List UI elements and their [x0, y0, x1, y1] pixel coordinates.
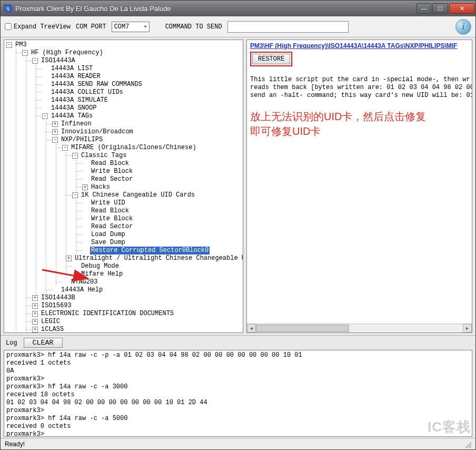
toggle-icon[interactable]: +: [82, 184, 88, 190]
tree-item[interactable]: Write Block: [90, 168, 134, 175]
tree-item[interactable]: Load Dump: [90, 231, 126, 239]
tree-item[interactable]: 14443A COLLECT UIDs: [50, 89, 124, 96]
main-area: −PM3 −HF (High Frequency) −ISO14443A 144…: [1, 37, 475, 335]
tree-iclass[interactable]: iCLASS: [40, 326, 65, 333]
clear-button[interactable]: CLEAR: [24, 338, 63, 348]
tree-item[interactable]: Write UID: [90, 199, 126, 207]
restore-highlight: RESTORE: [250, 52, 292, 66]
tree-item[interactable]: Mifare Help: [80, 270, 124, 278]
tree-item[interactable]: Read Sector: [90, 175, 134, 183]
close-button[interactable]: ✕: [449, 3, 474, 14]
tree-item[interactable]: NTAG203: [70, 278, 98, 286]
toggle-icon[interactable]: −: [32, 58, 38, 64]
tree-item[interactable]: Save Dump: [90, 239, 126, 247]
expand-treeview-checkbox[interactable]: Expand TreeView: [5, 23, 71, 31]
toolbar: Expand TreeView COM PORT COM7 COMMAND TO…: [1, 16, 475, 37]
tree-item[interactable]: Ultralight / Ultralight Chinese Chanegea…: [74, 255, 243, 262]
toggle-icon[interactable]: +: [32, 295, 38, 301]
app-icon: ↯: [4, 4, 12, 13]
tree-item[interactable]: Hacks: [90, 183, 111, 191]
toggle-icon[interactable]: +: [32, 327, 38, 332]
treeview[interactable]: −PM3 −HF (High Frequency) −ISO14443A 144…: [4, 40, 243, 333]
toggle-icon[interactable]: +: [32, 303, 38, 309]
scroll-left-icon[interactable]: ◄: [247, 324, 256, 332]
toggle-icon[interactable]: −: [72, 153, 78, 159]
minimize-button[interactable]: —: [417, 3, 431, 14]
scroll-thumb[interactable]: [256, 325, 349, 332]
tree-hf[interactable]: HF (High Frequency): [30, 49, 104, 57]
scroll-track[interactable]: [256, 324, 463, 332]
tree-item[interactable]: 14443A TAGs: [50, 112, 94, 120]
tree-item[interactable]: 14443A SNOOP: [50, 104, 97, 112]
app-window: ↯ Proxmark Client By El Gaucho De La Liv…: [0, 0, 476, 450]
toggle-icon[interactable]: +: [52, 121, 58, 127]
toggle-icon[interactable]: +: [66, 256, 72, 261]
comport-label: COM PORT: [76, 23, 106, 31]
tree-item[interactable]: Read Sector: [90, 223, 134, 231]
annotation-text: 放上无法识别的UID卡，然后点击修复即可修复UID卡: [250, 109, 469, 139]
tree-item[interactable]: Restore Corrupted Sector0Block0: [90, 247, 210, 255]
tree-item[interactable]: 14443A SIMULATE: [50, 96, 109, 104]
tree-item[interactable]: 14443A LIST: [50, 65, 94, 73]
tree-item[interactable]: Write Block: [90, 215, 134, 223]
tree-item[interactable]: Read Block: [90, 160, 130, 168]
tree-item[interactable]: 1K Chinese Cangeable UID Cards: [80, 191, 196, 199]
tree-eid[interactable]: ELECTRONIC IDENTIFICATION DOCUMENTS: [40, 310, 175, 318]
toggle-icon[interactable]: +: [32, 319, 38, 325]
toggle-icon[interactable]: +: [32, 311, 38, 317]
tree-item[interactable]: 14443A Help: [60, 286, 104, 294]
tree-item[interactable]: Debug Mode: [80, 262, 120, 270]
tree-item[interactable]: MIFARE (Originals/Clones/Chinese): [70, 144, 197, 152]
tree-iso15693[interactable]: ISO15693: [40, 302, 73, 310]
window-title: Proxmark Client By El Gaucho De La Livid…: [15, 5, 417, 13]
tree-legic[interactable]: LEGIC: [40, 318, 61, 326]
breadcrumb[interactable]: PM3\HF (High Frequency)\ISO14443A\14443A…: [250, 42, 469, 50]
status-text: Ready!: [5, 441, 25, 448]
expand-treeview-label: Expand TreeView: [14, 23, 71, 31]
restore-button[interactable]: RESTORE: [252, 54, 290, 64]
tree-item[interactable]: 14443A READER: [50, 73, 102, 81]
comport-combo[interactable]: COM7: [112, 22, 150, 32]
horizontal-scrollbar[interactable]: ◄ ►: [247, 324, 472, 332]
tree-item[interactable]: Innovision/Broadcom: [60, 128, 134, 136]
statusbar: Ready!: [1, 438, 475, 449]
toggle-icon[interactable]: −: [22, 50, 28, 56]
toggle-icon[interactable]: −: [42, 113, 48, 119]
log-toolbar: Log CLEAR: [1, 335, 475, 350]
command-input[interactable]: [227, 21, 349, 33]
description-text: This little script put the card in -spec…: [250, 76, 469, 100]
toggle-icon[interactable]: +: [52, 129, 58, 135]
tree-item[interactable]: 14443A SEND RAW COMMANDS: [50, 81, 143, 89]
toggle-icon[interactable]: −: [72, 192, 78, 198]
tree-item[interactable]: NXP/PHILIPS: [60, 136, 104, 144]
tree-item[interactable]: Infineon: [60, 120, 93, 128]
log-panel[interactable]: proxmark3> hf 14a raw -c -p -a 01 02 03 …: [4, 350, 472, 437]
maximize-button[interactable]: ☐: [432, 3, 448, 14]
titlebar[interactable]: ↯ Proxmark Client By El Gaucho De La Liv…: [1, 1, 475, 16]
tree-root[interactable]: PM3: [14, 41, 28, 49]
tree-panel[interactable]: −PM3 −HF (High Frequency) −ISO14443A 144…: [4, 40, 243, 333]
toggle-icon[interactable]: −: [6, 42, 12, 48]
tree-iso14443b[interactable]: ISO14443B: [40, 294, 76, 302]
tree-iso14443a[interactable]: ISO14443A: [40, 57, 76, 65]
tree-item[interactable]: Read Block: [90, 207, 130, 215]
command-label: COMMAND TO SEND: [165, 23, 222, 31]
toggle-icon[interactable]: −: [52, 137, 58, 143]
toggle-icon[interactable]: −: [62, 145, 68, 151]
scroll-right-icon[interactable]: ►: [463, 324, 472, 332]
expand-treeview-input[interactable]: [5, 23, 12, 30]
detail-panel: PM3\HF (High Frequency)\ISO14443A\14443A…: [246, 40, 472, 333]
log-label: Log: [6, 339, 17, 347]
resize-grip[interactable]: [464, 441, 471, 448]
comport-value: COM7: [114, 23, 130, 31]
tree-item[interactable]: Classic Tags: [80, 152, 127, 160]
info-icon[interactable]: i: [455, 19, 471, 35]
